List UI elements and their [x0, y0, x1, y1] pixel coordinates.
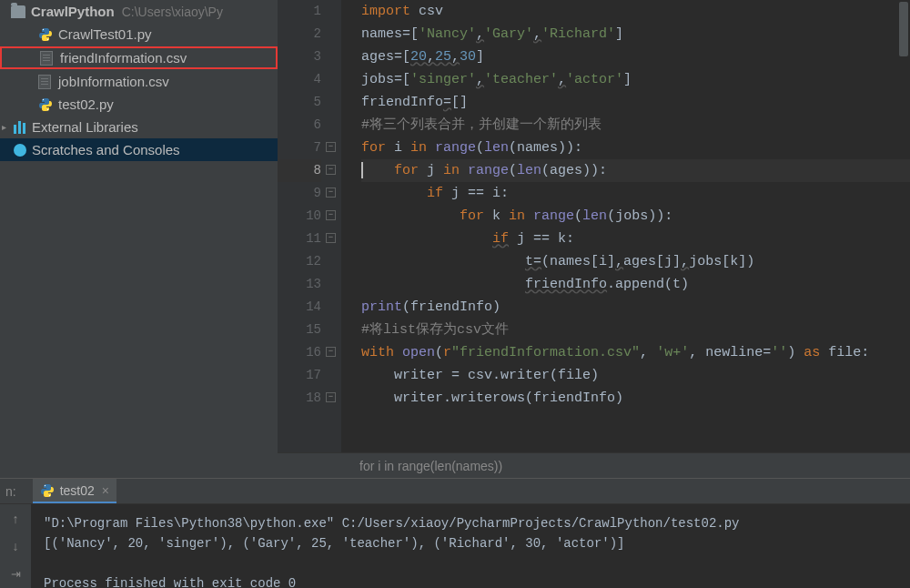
line-number[interactable]: 1	[278, 0, 321, 23]
line-number[interactable]: 6	[278, 114, 321, 137]
fold-icon[interactable]: −	[326, 188, 336, 198]
line-number[interactable]: 11−	[278, 228, 321, 250]
code-line[interactable]: t=(names[i],ages[j],jobs[k])	[361, 250, 910, 273]
line-number[interactable]: 15	[278, 319, 321, 341]
run-label: n:	[4, 484, 16, 499]
line-number[interactable]: 10−	[278, 205, 321, 228]
run-tab-test02[interactable]: test02 ×	[33, 479, 116, 503]
project-name-label: CrawlPython	[31, 4, 115, 19]
fold-icon[interactable]: −	[326, 347, 336, 357]
file-label: friendInformation.csv	[60, 50, 187, 66]
line-number[interactable]: 3	[278, 46, 321, 68]
project-tree[interactable]: CrawlPython C:\Users\xiaoy\Py CrawlTest0…	[0, 0, 278, 478]
svg-point-1	[47, 38, 48, 39]
code-editor[interactable]: 1234567−8−9−10−11−1213141516−1718− impor…	[278, 0, 910, 478]
file-jobinformation[interactable]: jobInformation.csv	[0, 70, 278, 93]
scratches-icon	[14, 144, 26, 157]
code-line[interactable]: names=['Nancy','Gary','Richard']	[361, 23, 910, 46]
code-line[interactable]: friendInfo.append(t)	[361, 273, 910, 296]
code-line[interactable]: print(friendInfo)	[361, 296, 910, 319]
code-line[interactable]: friendInfo=[]	[361, 91, 910, 114]
fold-icon[interactable]: −	[326, 392, 336, 402]
line-number[interactable]: 4	[278, 68, 321, 91]
scratches-consoles[interactable]: ▸ Scratches and Consoles	[0, 138, 278, 161]
code-line[interactable]: #将三个列表合并，并创建一个新的列表	[361, 114, 910, 137]
code-line[interactable]: for i in range(len(names)):	[361, 137, 910, 159]
line-number-gutter[interactable]: 1234567−8−9−10−11−1213141516−1718−	[278, 0, 341, 478]
chevron-right-icon: ▸	[2, 122, 11, 132]
external-libraries-label: External Libraries	[32, 119, 138, 135]
code-content[interactable]: import csvnames=['Nancy','Gary','Richard…	[341, 0, 910, 478]
line-number[interactable]: 12	[278, 250, 321, 273]
fold-icon[interactable]: −	[326, 142, 336, 152]
line-number[interactable]: 2	[278, 23, 321, 46]
line-number[interactable]: 9−	[278, 182, 321, 205]
code-line[interactable]: for k in range(len(jobs)):	[361, 205, 910, 228]
console-toolbar: ↑ ↓ ⇥	[0, 504, 31, 588]
code-line[interactable]: if j == k:	[361, 228, 910, 250]
fold-icon[interactable]: −	[326, 233, 336, 243]
csv-file-icon	[40, 51, 53, 66]
svg-point-2	[43, 98, 44, 99]
python-file-icon	[38, 27, 53, 42]
run-tab-bar[interactable]: n: test02 ×	[0, 479, 910, 504]
code-line[interactable]: if j == i:	[361, 182, 910, 205]
breadcrumb-label: for i in range(len(names))	[359, 459, 502, 473]
svg-point-4	[44, 484, 45, 485]
library-icon	[14, 121, 26, 134]
close-icon[interactable]: ×	[102, 483, 109, 498]
file-label: jobInformation.csv	[58, 74, 169, 89]
scroll-down-icon[interactable]: ↓	[6, 537, 25, 555]
code-line[interactable]: import csv	[361, 0, 910, 23]
run-tool-window: n: test02 × ↑ ↓ ⇥ "D:\Program Files\Pyth…	[0, 478, 910, 588]
file-test02[interactable]: test02.py	[0, 93, 278, 116]
project-path-label: C:\Users\xiaoy\Py	[122, 5, 223, 19]
code-line[interactable]: ages=[20,25,30]	[361, 46, 910, 68]
line-number[interactable]: 14	[278, 296, 321, 319]
python-file-icon	[40, 483, 55, 498]
svg-point-5	[48, 494, 49, 495]
line-number[interactable]: 5	[278, 91, 321, 114]
external-libraries[interactable]: ▸ External Libraries	[0, 116, 278, 138]
python-file-icon	[38, 97, 53, 112]
csv-file-icon	[38, 75, 51, 89]
scroll-up-icon[interactable]: ↑	[6, 510, 25, 528]
line-number[interactable]: 17	[278, 364, 321, 387]
code-line[interactable]: jobs=['singer','teacher','actor']	[361, 68, 910, 91]
console-output[interactable]: "D:\Program Files\Python38\python.exe" C…	[31, 504, 910, 588]
project-root-folder[interactable]: CrawlPython C:\Users\xiaoy\Py	[0, 0, 278, 23]
line-number[interactable]: 18−	[278, 387, 321, 410]
line-number[interactable]	[278, 410, 321, 432]
svg-point-3	[47, 108, 48, 109]
run-tab-label: test02	[60, 483, 95, 498]
code-line[interactable]: for j in range(len(ages)):	[361, 159, 910, 182]
file-friendinformation[interactable]: friendInformation.csv	[0, 46, 278, 69]
soft-wrap-icon[interactable]: ⇥	[6, 564, 25, 583]
breadcrumb[interactable]: for i in range(len(names))	[278, 452, 910, 478]
file-crawltest01[interactable]: CrawlTest01.py	[0, 23, 278, 46]
editor-scrollbar[interactable]	[899, 2, 908, 56]
code-line[interactable]: writer = csv.writer(file)	[361, 364, 910, 387]
fold-icon[interactable]: −	[326, 210, 336, 220]
code-line[interactable]	[361, 410, 910, 432]
code-line[interactable]: writer.writerows(friendInfo)	[361, 387, 910, 410]
line-number[interactable]: 8−	[278, 159, 321, 182]
code-line[interactable]: #将list保存为csv文件	[361, 319, 910, 341]
line-number[interactable]: 16−	[278, 341, 321, 364]
line-number[interactable]: 7−	[278, 137, 321, 159]
code-line[interactable]: with open(r"friendInformation.csv", 'w+'…	[361, 341, 910, 364]
svg-point-0	[43, 28, 44, 29]
line-number[interactable]: 13	[278, 273, 321, 296]
scratches-label: Scratches and Consoles	[32, 142, 180, 157]
fold-icon[interactable]: −	[326, 165, 336, 175]
file-label: CrawlTest01.py	[58, 26, 152, 42]
folder-icon	[11, 5, 25, 18]
file-label: test02.py	[58, 96, 114, 112]
